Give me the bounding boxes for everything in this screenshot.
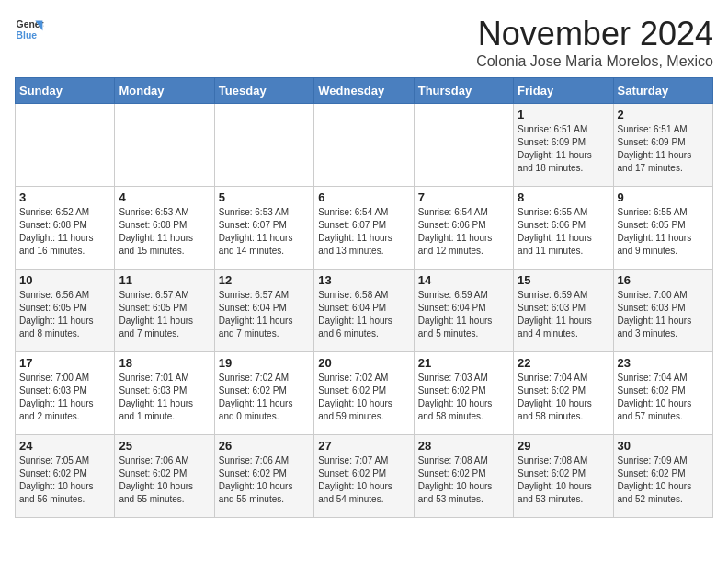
day-info: Sunrise: 7:05 AM Sunset: 6:02 PM Dayligh… bbox=[19, 454, 110, 506]
calendar-cell: 24Sunrise: 7:05 AM Sunset: 6:02 PM Dayli… bbox=[16, 435, 115, 518]
day-number: 1 bbox=[518, 108, 609, 121]
header-day-thursday: Thursday bbox=[414, 78, 513, 104]
calendar-cell: 18Sunrise: 7:01 AM Sunset: 6:03 PM Dayli… bbox=[115, 352, 214, 435]
day-number: 2 bbox=[618, 108, 709, 121]
day-number: 20 bbox=[318, 356, 409, 370]
calendar-week-3: 10Sunrise: 6:56 AM Sunset: 6:05 PM Dayli… bbox=[16, 270, 713, 352]
header-day-friday: Friday bbox=[514, 78, 613, 104]
day-number: 16 bbox=[618, 273, 709, 287]
day-number: 14 bbox=[418, 273, 509, 287]
calendar-week-4: 17Sunrise: 7:00 AM Sunset: 6:03 PM Dayli… bbox=[16, 352, 713, 435]
calendar-cell: 20Sunrise: 7:02 AM Sunset: 6:02 PM Dayli… bbox=[314, 352, 414, 435]
day-info: Sunrise: 7:08 AM Sunset: 6:02 PM Dayligh… bbox=[518, 454, 609, 506]
month-title: November 2024 bbox=[476, 15, 713, 53]
calendar-cell: 9Sunrise: 6:55 AM Sunset: 6:05 PM Daylig… bbox=[613, 187, 712, 270]
day-info: Sunrise: 6:59 AM Sunset: 6:04 PM Dayligh… bbox=[418, 289, 509, 340]
day-number: 24 bbox=[19, 439, 110, 453]
day-info: Sunrise: 6:54 AM Sunset: 6:06 PM Dayligh… bbox=[418, 206, 509, 258]
calendar-cell: 11Sunrise: 6:57 AM Sunset: 6:05 PM Dayli… bbox=[115, 270, 214, 352]
calendar-cell: 7Sunrise: 6:54 AM Sunset: 6:06 PM Daylig… bbox=[414, 187, 513, 270]
calendar-cell: 8Sunrise: 6:55 AM Sunset: 6:06 PM Daylig… bbox=[514, 187, 613, 270]
calendar-cell: 25Sunrise: 7:06 AM Sunset: 6:02 PM Dayli… bbox=[115, 435, 214, 518]
calendar-header: SundayMondayTuesdayWednesdayThursdayFrid… bbox=[16, 78, 713, 104]
calendar-cell bbox=[214, 104, 313, 187]
day-info: Sunrise: 6:58 AM Sunset: 6:04 PM Dayligh… bbox=[318, 289, 409, 340]
calendar-cell: 29Sunrise: 7:08 AM Sunset: 6:02 PM Dayli… bbox=[514, 435, 613, 518]
day-number: 25 bbox=[119, 439, 210, 453]
day-number: 5 bbox=[219, 190, 310, 204]
day-info: Sunrise: 7:04 AM Sunset: 6:02 PM Dayligh… bbox=[618, 372, 709, 423]
day-number: 21 bbox=[418, 356, 509, 370]
day-number: 13 bbox=[318, 273, 409, 287]
day-number: 23 bbox=[618, 356, 709, 370]
day-number: 15 bbox=[518, 273, 609, 287]
logo: General Blue bbox=[15, 15, 44, 44]
day-info: Sunrise: 6:54 AM Sunset: 6:07 PM Dayligh… bbox=[318, 206, 409, 258]
svg-text:Blue: Blue bbox=[17, 30, 38, 40]
calendar-table: SundayMondayTuesdayWednesdayThursdayFrid… bbox=[15, 77, 713, 518]
calendar-cell: 12Sunrise: 6:57 AM Sunset: 6:04 PM Dayli… bbox=[214, 270, 313, 352]
day-number: 26 bbox=[219, 439, 310, 453]
day-info: Sunrise: 6:52 AM Sunset: 6:08 PM Dayligh… bbox=[19, 206, 110, 258]
calendar-cell: 14Sunrise: 6:59 AM Sunset: 6:04 PM Dayli… bbox=[414, 270, 513, 352]
day-number: 19 bbox=[219, 356, 310, 370]
calendar-cell bbox=[16, 104, 115, 187]
calendar-cell: 27Sunrise: 7:07 AM Sunset: 6:02 PM Dayli… bbox=[314, 435, 414, 518]
day-info: Sunrise: 6:55 AM Sunset: 6:06 PM Dayligh… bbox=[518, 206, 609, 258]
day-number: 30 bbox=[618, 439, 709, 453]
title-section: November 2024 Colonia Jose Maria Morelos… bbox=[476, 15, 713, 70]
day-number: 10 bbox=[19, 273, 110, 287]
header-day-tuesday: Tuesday bbox=[214, 78, 313, 104]
calendar-cell: 6Sunrise: 6:54 AM Sunset: 6:07 PM Daylig… bbox=[314, 187, 414, 270]
calendar-cell: 15Sunrise: 6:59 AM Sunset: 6:03 PM Dayli… bbox=[514, 270, 613, 352]
header-row: SundayMondayTuesdayWednesdayThursdayFrid… bbox=[16, 78, 713, 104]
calendar-week-1: 1Sunrise: 6:51 AM Sunset: 6:09 PM Daylig… bbox=[16, 104, 713, 187]
day-number: 29 bbox=[518, 439, 609, 453]
day-info: Sunrise: 7:06 AM Sunset: 6:02 PM Dayligh… bbox=[219, 454, 310, 506]
calendar-cell bbox=[314, 104, 414, 187]
day-number: 22 bbox=[518, 356, 609, 370]
calendar-cell: 5Sunrise: 6:53 AM Sunset: 6:07 PM Daylig… bbox=[214, 187, 313, 270]
day-info: Sunrise: 7:08 AM Sunset: 6:02 PM Dayligh… bbox=[418, 454, 509, 506]
calendar-cell: 2Sunrise: 6:51 AM Sunset: 6:09 PM Daylig… bbox=[613, 104, 712, 187]
day-info: Sunrise: 7:04 AM Sunset: 6:02 PM Dayligh… bbox=[518, 372, 609, 423]
calendar-cell: 21Sunrise: 7:03 AM Sunset: 6:02 PM Dayli… bbox=[414, 352, 513, 435]
day-number: 8 bbox=[518, 190, 609, 204]
calendar-cell: 16Sunrise: 7:00 AM Sunset: 6:03 PM Dayli… bbox=[613, 270, 712, 352]
calendar-cell: 13Sunrise: 6:58 AM Sunset: 6:04 PM Dayli… bbox=[314, 270, 414, 352]
day-info: Sunrise: 6:51 AM Sunset: 6:09 PM Dayligh… bbox=[518, 123, 609, 175]
day-number: 17 bbox=[19, 356, 110, 370]
calendar-cell: 3Sunrise: 6:52 AM Sunset: 6:08 PM Daylig… bbox=[16, 187, 115, 270]
header-day-monday: Monday bbox=[115, 78, 214, 104]
calendar-cell: 22Sunrise: 7:04 AM Sunset: 6:02 PM Dayli… bbox=[514, 352, 613, 435]
calendar-cell: 17Sunrise: 7:00 AM Sunset: 6:03 PM Dayli… bbox=[16, 352, 115, 435]
day-info: Sunrise: 7:07 AM Sunset: 6:02 PM Dayligh… bbox=[318, 454, 409, 506]
header-day-saturday: Saturday bbox=[613, 78, 712, 104]
day-info: Sunrise: 6:55 AM Sunset: 6:05 PM Dayligh… bbox=[618, 206, 709, 258]
day-number: 11 bbox=[119, 273, 210, 287]
page-header: General Blue November 2024 Colonia Jose … bbox=[15, 15, 713, 70]
day-info: Sunrise: 6:53 AM Sunset: 6:08 PM Dayligh… bbox=[119, 206, 210, 258]
calendar-week-2: 3Sunrise: 6:52 AM Sunset: 6:08 PM Daylig… bbox=[16, 187, 713, 270]
day-number: 3 bbox=[19, 190, 110, 204]
day-info: Sunrise: 7:01 AM Sunset: 6:03 PM Dayligh… bbox=[119, 372, 210, 423]
calendar-body: 1Sunrise: 6:51 AM Sunset: 6:09 PM Daylig… bbox=[16, 104, 713, 518]
header-day-wednesday: Wednesday bbox=[314, 78, 414, 104]
day-number: 27 bbox=[318, 439, 409, 453]
calendar-cell: 23Sunrise: 7:04 AM Sunset: 6:02 PM Dayli… bbox=[613, 352, 712, 435]
calendar-week-5: 24Sunrise: 7:05 AM Sunset: 6:02 PM Dayli… bbox=[16, 435, 713, 518]
calendar-cell: 26Sunrise: 7:06 AM Sunset: 6:02 PM Dayli… bbox=[214, 435, 313, 518]
day-info: Sunrise: 7:02 AM Sunset: 6:02 PM Dayligh… bbox=[219, 372, 310, 423]
day-info: Sunrise: 7:00 AM Sunset: 6:03 PM Dayligh… bbox=[19, 372, 110, 423]
calendar-cell bbox=[414, 104, 513, 187]
calendar-cell bbox=[115, 104, 214, 187]
calendar-cell: 4Sunrise: 6:53 AM Sunset: 6:08 PM Daylig… bbox=[115, 187, 214, 270]
day-info: Sunrise: 7:09 AM Sunset: 6:02 PM Dayligh… bbox=[618, 454, 709, 506]
header-day-sunday: Sunday bbox=[16, 78, 115, 104]
calendar-cell: 1Sunrise: 6:51 AM Sunset: 6:09 PM Daylig… bbox=[514, 104, 613, 187]
logo-icon: General Blue bbox=[15, 15, 44, 44]
day-number: 9 bbox=[618, 190, 709, 204]
calendar-cell: 19Sunrise: 7:02 AM Sunset: 6:02 PM Dayli… bbox=[214, 352, 313, 435]
day-number: 4 bbox=[119, 190, 210, 204]
calendar-cell: 10Sunrise: 6:56 AM Sunset: 6:05 PM Dayli… bbox=[16, 270, 115, 352]
